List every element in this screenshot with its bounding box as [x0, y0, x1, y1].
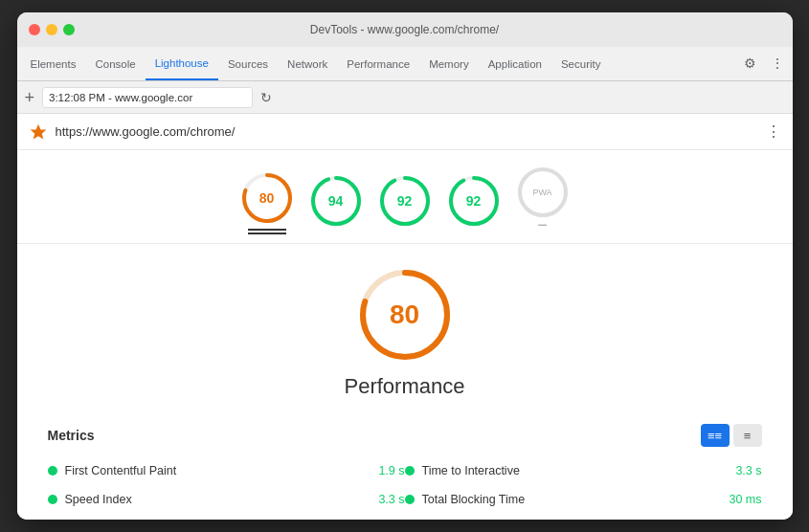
- settings-icon[interactable]: ⚙: [739, 52, 762, 75]
- tab-console[interactable]: Console: [85, 47, 145, 80]
- metric-name-tti: Time to Interactive: [422, 464, 729, 477]
- score-circle-pwa-inner: PWA: [516, 166, 570, 219]
- traffic-lights: [29, 24, 75, 35]
- score-value-80: 80: [259, 190, 275, 206]
- metric-name-tbt: Total Blocking Time: [422, 493, 722, 506]
- score-circle-pwa[interactable]: PWA −: [516, 166, 570, 235]
- tab-lighthouse[interactable]: Lighthouse: [146, 47, 218, 80]
- lighthouse-url-text: https://www.google.com/chrome/: [56, 124, 236, 139]
- score-value-92a: 92: [397, 193, 413, 209]
- lighthouse-icon: [29, 122, 48, 142]
- metric-speed-index: Speed Index 3.3 s: [48, 485, 405, 514]
- grid-view-icon: ≡≡: [708, 429, 722, 443]
- tab-elements[interactable]: Elements: [21, 47, 86, 80]
- metric-value-fcp: 1.9 s: [378, 464, 404, 477]
- tab-security[interactable]: Security: [551, 47, 611, 80]
- grid-view-button[interactable]: ≡≡: [701, 424, 730, 447]
- lighthouse-url-bar: https://www.google.com/chrome/ ⋮: [17, 114, 793, 150]
- tab-memory[interactable]: Memory: [419, 47, 479, 80]
- metrics-title: Metrics: [48, 428, 95, 443]
- main-score-title: Performance: [345, 374, 465, 399]
- metric-value-tbt: 30 ms: [729, 493, 761, 506]
- metric-dot-fcp: [48, 466, 57, 476]
- score-pwa-label: PWA: [532, 188, 551, 197]
- fullscreen-button[interactable]: [63, 24, 75, 35]
- score-circle-performance[interactable]: 80: [240, 171, 294, 231]
- list-view-icon: ≡: [744, 429, 752, 443]
- metric-dot-si: [48, 495, 57, 504]
- score-circle-94[interactable]: 94: [309, 174, 363, 228]
- new-tab-button[interactable]: +: [25, 89, 35, 106]
- metric-name-si: Speed Index: [65, 493, 371, 506]
- metrics-view-toggle: ≡≡ ≡: [701, 424, 762, 447]
- metric-value-tti: 3.3 s: [735, 464, 761, 477]
- metrics-section: Metrics ≡≡ ≡ First Contentful Paint 1.9 …: [17, 414, 793, 520]
- reload-icon[interactable]: ↻: [260, 90, 272, 105]
- devtools-tabs-bar: Elements Console Lighthouse Sources Netw…: [17, 47, 793, 81]
- metric-largest-contentful-paint: Largest Contentful Paint 4.8 s: [48, 514, 405, 520]
- title-bar: DevTools - www.google.com/chrome/: [17, 12, 793, 47]
- metric-dot-tti: [405, 466, 415, 476]
- metric-dot-tbt: [405, 495, 415, 504]
- score-circle-92a-inner: 92: [378, 174, 432, 228]
- metric-value-si: 3.3 s: [378, 493, 404, 506]
- metrics-header: Metrics ≡≡ ≡: [48, 414, 762, 456]
- tab-performance[interactable]: Performance: [337, 47, 419, 80]
- tab-sources[interactable]: Sources: [218, 47, 278, 80]
- score-circle-94-inner: 94: [309, 174, 363, 228]
- main-score-circle: 80: [357, 267, 453, 363]
- main-score-area: 80 Performance: [17, 244, 793, 414]
- metric-time-to-interactive: Time to Interactive 3.3 s: [405, 456, 762, 485]
- content-area: https://www.google.com/chrome/ ⋮ 80: [17, 114, 793, 520]
- score-value-92b: 92: [466, 193, 482, 209]
- more-options-icon[interactable]: ⋮: [766, 52, 789, 75]
- score-circle-80: 80: [240, 171, 294, 225]
- score-circle-92b-inner: 92: [447, 174, 501, 228]
- score-value-94: 94: [328, 193, 344, 209]
- metric-first-contentful-paint: First Contentful Paint 1.9 s: [48, 456, 405, 485]
- metric-cumulative-layout-shift: Cumulative Layout Shift 0: [405, 514, 762, 520]
- score-circle-92a[interactable]: 92: [378, 174, 432, 228]
- metrics-grid: First Contentful Paint 1.9 s Time to Int…: [48, 456, 762, 520]
- score-circle-92b[interactable]: 92: [447, 174, 501, 228]
- metric-total-blocking-time: Total Blocking Time 30 ms: [405, 485, 762, 514]
- main-score-value: 80: [390, 299, 419, 330]
- url-menu-icon[interactable]: ⋮: [766, 122, 781, 141]
- devtools-icons: ⚙ ⋮: [739, 52, 789, 80]
- browser-window: DevTools - www.google.com/chrome/ Elemen…: [17, 12, 793, 520]
- url-bar: + ↻: [17, 81, 793, 114]
- list-view-button[interactable]: ≡: [733, 424, 762, 447]
- url-input[interactable]: [42, 87, 253, 108]
- close-button[interactable]: [29, 24, 40, 35]
- window-title: DevTools - www.google.com/chrome/: [310, 23, 499, 36]
- tab-application[interactable]: Application: [479, 47, 551, 80]
- score-circles-row: 80 94: [17, 150, 793, 244]
- tab-network[interactable]: Network: [278, 47, 337, 80]
- metric-name-fcp: First Contentful Paint: [65, 464, 371, 477]
- minimize-button[interactable]: [46, 24, 57, 35]
- svg-marker-0: [30, 123, 46, 139]
